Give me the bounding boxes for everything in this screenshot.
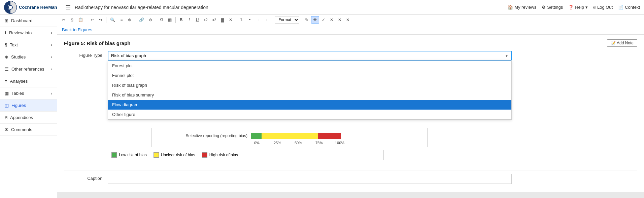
legend-color-high bbox=[202, 152, 207, 158]
logout-link[interactable]: ⎋ Log Out bbox=[593, 5, 613, 10]
review-info-icon: ℹ bbox=[5, 30, 6, 35]
bias-bar-0 bbox=[251, 133, 341, 139]
tables-chevron-icon: ‹ bbox=[51, 91, 52, 96]
sidebar-label-analyses: Analyses bbox=[10, 79, 28, 84]
highlight-button[interactable]: ▓ bbox=[219, 16, 226, 24]
clear-format-button[interactable]: ✕ bbox=[227, 16, 234, 24]
sidebar: ⊞ Dashboard ℹ Review info ‹ ¶ Text ‹ ⊕ S… bbox=[0, 15, 57, 198]
logout-icon: ⎋ bbox=[593, 5, 596, 10]
bias-bar-red-0 bbox=[318, 133, 341, 139]
subscript-button[interactable]: x2 bbox=[202, 16, 210, 24]
context-link[interactable]: 📄 Context bbox=[618, 5, 640, 10]
table-button[interactable]: ▦ bbox=[166, 16, 174, 24]
home-icon: 🏠 bbox=[508, 5, 513, 10]
logo-title: Cochrane RevMan bbox=[19, 5, 57, 10]
note-icon: 📝 bbox=[611, 41, 616, 45]
sidebar-item-review-info[interactable]: ℹ Review info ‹ bbox=[0, 27, 57, 39]
view-mode-button[interactable]: 👁 bbox=[311, 16, 319, 24]
page-title: Radiotherapy for neovascular age-related… bbox=[75, 5, 504, 10]
bias-bar-yellow-0 bbox=[262, 133, 318, 139]
axis-label-100: 100% bbox=[335, 141, 344, 145]
sidebar-label-tables: Tables bbox=[11, 91, 24, 96]
nav-right: 🏠 My reviews ⚙ Settings ❓ Help ▾ ⎋ Log O… bbox=[508, 5, 640, 10]
add-note-button[interactable]: 📝 Add Note bbox=[607, 39, 637, 47]
figure-type-row: Figure Type Risk of bias graph ▼ Forest … bbox=[64, 51, 637, 61]
sidebar-item-other-references[interactable]: ☰ Other references ‹ bbox=[0, 63, 57, 75]
figure-type-select[interactable]: Risk of bias graph ▼ bbox=[108, 51, 512, 61]
underline-button[interactable]: U bbox=[194, 16, 201, 24]
context-label: Context bbox=[625, 5, 640, 10]
back-to-figures-link[interactable]: Back to Figures bbox=[57, 25, 644, 35]
main: ✂ ⎘ 📋 ↩ ↪ 🔍 ≡ ⊕ 🔗 ⊘ Ω ▦ B I U x2 x2 ▓ ✕ … bbox=[57, 15, 644, 198]
figure-title: Figure 5: Risk of bias graph bbox=[64, 40, 131, 46]
toolbar-separator-3 bbox=[135, 17, 135, 23]
superscript-button[interactable]: x2 bbox=[210, 16, 218, 24]
accept-all-button[interactable]: ✕ bbox=[336, 16, 343, 24]
sidebar-item-analyses[interactable]: ≡ Analyses bbox=[0, 75, 57, 87]
top-nav: Cochrane RevMan ☰ Radiotherapy for neova… bbox=[0, 0, 644, 15]
hamburger-button[interactable]: ☰ bbox=[65, 4, 71, 11]
sidebar-item-dashboard[interactable]: ⊞ Dashboard bbox=[0, 15, 57, 27]
sidebar-label-other-references: Other references bbox=[11, 67, 44, 72]
find-button[interactable]: 🔍 bbox=[108, 16, 117, 24]
omega-button[interactable]: Ω bbox=[158, 16, 165, 24]
sidebar-item-text[interactable]: ¶ Text ‹ bbox=[0, 39, 57, 51]
bold-button[interactable]: B bbox=[177, 16, 185, 24]
italic-button[interactable]: I bbox=[185, 16, 193, 24]
option-risk-of-bias-summary[interactable]: Risk of bias summary bbox=[108, 90, 511, 100]
axis-label-75: 75% bbox=[315, 141, 323, 145]
sidebar-item-figures[interactable]: ◫ Figures bbox=[0, 100, 57, 112]
reject-all-button[interactable]: ✕ bbox=[344, 16, 351, 24]
indent-button[interactable]: → bbox=[254, 16, 262, 24]
dropdown-arrow-icon: ▼ bbox=[505, 54, 508, 57]
appendices-icon: ⎘ bbox=[5, 115, 7, 120]
toolbar-separator-2 bbox=[106, 17, 106, 23]
format-select[interactable]: Format bbox=[275, 16, 299, 24]
legend-label-high: High risk of bias bbox=[209, 153, 238, 157]
my-reviews-label: My reviews bbox=[514, 5, 536, 10]
redo-button[interactable]: ↪ bbox=[97, 16, 104, 24]
logout-label: Log Out bbox=[597, 5, 613, 10]
option-other-figure[interactable]: Other figure bbox=[108, 110, 511, 119]
legend-color-unclear bbox=[154, 152, 159, 158]
sidebar-item-comments[interactable]: ✉ Comments bbox=[0, 124, 57, 136]
find-replace-button[interactable]: ≡ bbox=[118, 16, 125, 24]
help-link[interactable]: ❓ Help ▾ bbox=[568, 5, 588, 10]
undo-button[interactable]: ↩ bbox=[89, 16, 96, 24]
option-funnel-plot[interactable]: Funnel plot bbox=[108, 71, 511, 80]
context-icon: 📄 bbox=[618, 5, 623, 10]
cut-button[interactable]: ✂ bbox=[60, 16, 67, 24]
sidebar-item-studies[interactable]: ⊕ Studies ‹ bbox=[0, 51, 57, 63]
edit-mode-button[interactable]: ✎ bbox=[303, 16, 310, 24]
paste-button[interactable]: 📋 bbox=[76, 16, 85, 24]
option-forest-plot[interactable]: Forest plot bbox=[108, 61, 511, 71]
copy-button[interactable]: ⎘ bbox=[68, 16, 75, 24]
figure-panel: Figure 5: Risk of bias graph 📝 Add Note … bbox=[57, 35, 644, 192]
ordered-list-button[interactable]: 1. bbox=[238, 16, 245, 24]
link-button[interactable]: 🔗 bbox=[137, 16, 146, 24]
sidebar-label-review-info: Review info bbox=[9, 30, 32, 35]
caption-input[interactable] bbox=[108, 174, 512, 184]
studies-icon: ⊕ bbox=[5, 54, 8, 60]
unlink-button[interactable]: ⊘ bbox=[147, 16, 154, 24]
sidebar-item-appendices[interactable]: ⎘ Appendices bbox=[0, 112, 57, 124]
settings-label: Settings bbox=[547, 5, 563, 10]
sidebar-item-tables[interactable]: ▦ Tables ‹ bbox=[0, 87, 57, 100]
dashboard-icon: ⊞ bbox=[5, 18, 8, 23]
toolbar-separator-1 bbox=[87, 17, 87, 23]
unordered-list-button[interactable]: • bbox=[246, 16, 253, 24]
sidebar-label-comments: Comments bbox=[11, 127, 32, 132]
analyses-icon: ≡ bbox=[5, 79, 7, 84]
sidebar-label-appendices: Appendices bbox=[10, 115, 33, 120]
track-changes-button[interactable]: ⊕ bbox=[126, 16, 133, 24]
bias-row-0: Selective reporting (reporting bias) bbox=[157, 133, 422, 139]
option-flow-diagram[interactable]: Flow diagram bbox=[108, 100, 511, 110]
my-reviews-link[interactable]: 🏠 My reviews bbox=[508, 5, 536, 10]
outdent-button[interactable]: ← bbox=[263, 16, 271, 24]
reject-button[interactable]: ✕ bbox=[328, 16, 335, 24]
studies-chevron-icon: ‹ bbox=[51, 54, 52, 60]
option-risk-of-bias-graph[interactable]: Risk of bias graph bbox=[108, 80, 511, 90]
settings-link[interactable]: ⚙ Settings bbox=[542, 5, 563, 10]
accept-button[interactable]: ✓ bbox=[320, 16, 327, 24]
bias-bar-green-0 bbox=[251, 133, 262, 139]
